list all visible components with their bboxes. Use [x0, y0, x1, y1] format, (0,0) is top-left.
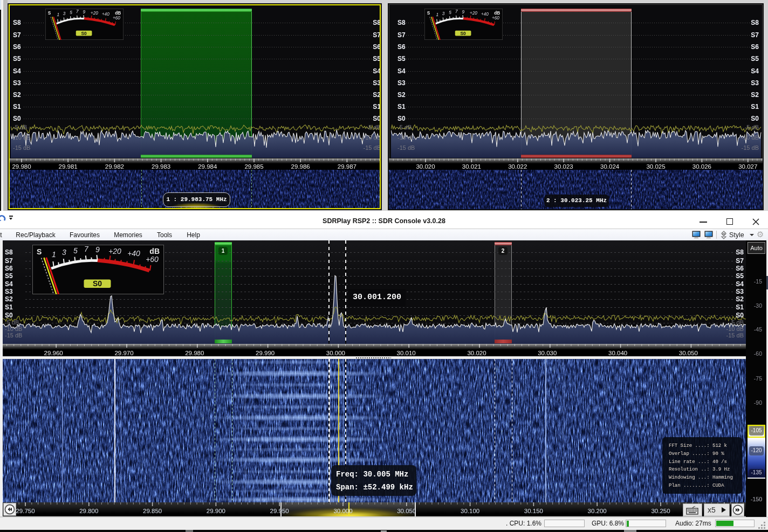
svg-text:3: 3	[63, 10, 66, 16]
svg-text:+40: +40	[481, 11, 489, 17]
svg-text:+20: +20	[470, 10, 477, 15]
svg-text:1: 1	[436, 12, 438, 17]
svg-text:S: S	[37, 247, 42, 256]
svg-text:5: 5	[449, 10, 451, 15]
svg-text:S: S	[48, 10, 51, 16]
svg-text:5: 5	[73, 246, 78, 255]
svg-text:+60: +60	[492, 15, 499, 20]
svg-text:S: S	[427, 10, 430, 16]
svg-text:S0: S0	[461, 30, 466, 36]
svg-text:S0: S0	[81, 30, 87, 36]
svg-text:1: 1	[52, 250, 56, 259]
svg-text:3: 3	[442, 10, 445, 16]
svg-text:3: 3	[62, 248, 66, 257]
svg-text:+40: +40	[127, 249, 140, 258]
svg-text:+20: +20	[108, 247, 121, 255]
svg-text:+20: +20	[91, 10, 98, 15]
svg-text:7: 7	[84, 245, 89, 253]
svg-text:+60: +60	[146, 255, 159, 264]
svg-text:9: 9	[95, 245, 100, 254]
svg-text:9: 9	[83, 9, 86, 15]
svg-text:9: 9	[462, 9, 465, 15]
svg-text:+40: +40	[102, 11, 109, 17]
svg-text:+60: +60	[113, 15, 120, 20]
svg-text:5: 5	[70, 10, 72, 15]
svg-text:S0: S0	[93, 279, 102, 288]
svg-text:1: 1	[57, 12, 59, 17]
